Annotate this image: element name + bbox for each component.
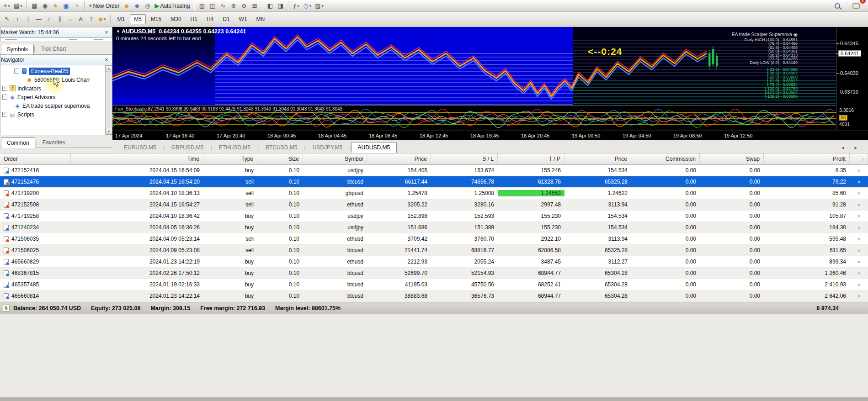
templates-button[interactable]: ▨▾ bbox=[313, 1, 325, 11]
autotrading-button[interactable]: ▶AutoTrading bbox=[153, 1, 192, 11]
search-button[interactable] bbox=[832, 1, 842, 11]
close-icon[interactable]: × bbox=[103, 56, 110, 63]
column-header-tp[interactable]: T / P bbox=[498, 153, 564, 164]
tree-expander-icon[interactable]: − bbox=[2, 95, 7, 100]
data-window-button[interactable]: ◉ bbox=[40, 1, 50, 11]
close-order-icon[interactable]: × bbox=[857, 224, 861, 231]
chart-tab-ethusd-m5[interactable]: ETHUSD,M5 bbox=[212, 142, 257, 153]
arrange-horizontal-button[interactable]: ◨ bbox=[275, 1, 286, 11]
order-row[interactable]: 4721524762024.04.15 16:54:20sell0.10btcu… bbox=[0, 176, 868, 188]
metaeditor-button[interactable]: ◆ bbox=[121, 1, 132, 11]
column-header-profit[interactable]: Profit bbox=[764, 153, 850, 164]
timeframe-m1[interactable]: M1 bbox=[113, 14, 129, 24]
price-scale[interactable]: 0.643450.642410.640300.637103.3016504031 bbox=[836, 27, 868, 130]
timeframe-mn[interactable]: MN bbox=[252, 14, 269, 24]
market-watch-button[interactable]: ▦ bbox=[29, 1, 40, 11]
crosshair-tool-button[interactable]: + bbox=[12, 14, 23, 24]
time-axis[interactable]: 17 Apr 202417 Apr 16:4017 Apr 20:4018 Ap… bbox=[112, 131, 868, 140]
column-header-type[interactable]: Type bbox=[203, 153, 257, 164]
chart-tab-eurusd-m5[interactable]: EURUSD,M5 bbox=[117, 142, 163, 153]
periods-button[interactable]: ◷▾ bbox=[301, 1, 313, 11]
navigator-item-ea-trade-scalper-supernova[interactable]: ◈EA trade scalper supernova bbox=[0, 101, 112, 110]
chat-button[interactable]: 1 bbox=[851, 1, 862, 11]
order-row[interactable]: 4712402342024.04.05 16:36:26buy0.10usdjp… bbox=[0, 222, 868, 233]
timeframe-w1[interactable]: W1 bbox=[235, 14, 251, 24]
order-row[interactable]: 4715060252024.04.09 05:23:08sell0.10btcu… bbox=[0, 245, 868, 256]
column-header-swap[interactable]: Swap bbox=[700, 153, 764, 164]
chart-plot[interactable]: ▼ AUDUSD,M5 0.64234 0.64255 0.64223 0.64… bbox=[112, 27, 836, 106]
indicators-button[interactable]: ƒ▾ bbox=[291, 1, 301, 11]
order-row[interactable]: 4721524162024.04.15 16:54:09buy0.10usdjp… bbox=[0, 165, 868, 176]
chart-tab-usdjpy-m5[interactable]: USDJPY,M5 bbox=[306, 142, 350, 153]
order-row[interactable]: 4715060352024.04.09 05:23:14sell0.10ethu… bbox=[0, 233, 868, 245]
navigator-button[interactable]: ★ bbox=[50, 1, 61, 11]
navigator-item-indicators[interactable]: +ƒIndicators bbox=[0, 84, 112, 93]
shapes-tool-button[interactable]: ◆▾ bbox=[96, 14, 108, 24]
strategy-tester-button[interactable]: ◔ bbox=[71, 1, 82, 11]
navigator-item-exness-real25[interactable]: −Exness-Real25 bbox=[0, 67, 112, 75]
chart-dropdown-icon[interactable]: ▼ bbox=[116, 29, 120, 34]
timeframe-m30[interactable]: M30 bbox=[166, 14, 185, 24]
close-order-icon[interactable]: × bbox=[857, 201, 861, 208]
stochastic-pane[interactable]: Fan_Stochastic 87.2941 90.3398 90.9463 9… bbox=[112, 106, 836, 130]
tab-tick-chart[interactable]: Tick Chart bbox=[35, 43, 72, 54]
navigator-item-58006899-louis-charr[interactable]: ☻58006899: Louis Charr bbox=[0, 75, 112, 84]
close-order-icon[interactable]: × bbox=[857, 213, 861, 220]
tab-scroll-arrows[interactable]: ◂ ▸ bbox=[841, 145, 862, 151]
line-chart-button[interactable]: ∿ bbox=[218, 1, 228, 11]
order-row[interactable]: 4683678152024.02.26 17:50:12buy0.10btcus… bbox=[0, 268, 868, 279]
tab-common[interactable]: Common bbox=[1, 137, 35, 148]
tab-symbols[interactable]: Symbols bbox=[1, 44, 34, 54]
column-header-price[interactable]: Price bbox=[367, 153, 431, 164]
order-row[interactable]: 4717192582024.04.10 18:36:42buy0.10usdjp… bbox=[0, 211, 868, 222]
vertical-line-tool-button[interactable]: | bbox=[23, 14, 33, 24]
chart-tab-audusd-m5[interactable]: AUDUSD,M5 bbox=[351, 142, 397, 153]
close-order-icon[interactable]: × bbox=[857, 281, 861, 288]
horizontal-line-tool-button[interactable]: — bbox=[33, 14, 44, 24]
order-row[interactable]: 4717192002024.04.10 18:36:13sell0.10gbpu… bbox=[0, 188, 868, 199]
order-row[interactable]: 4721525082024.04.15 16:54:27sell0.10ethu… bbox=[0, 199, 868, 211]
label-tool-button[interactable]: T bbox=[86, 14, 96, 24]
tree-expander-icon[interactable]: + bbox=[2, 86, 7, 91]
column-header-sl[interactable]: S / L bbox=[431, 153, 498, 164]
sounds-button[interactable]: ◎ bbox=[142, 1, 153, 11]
close-icon[interactable]: × bbox=[103, 29, 110, 36]
tile-windows-button[interactable]: ⊞ bbox=[249, 1, 260, 11]
experts-button[interactable]: ☻ bbox=[132, 1, 142, 11]
close-order-icon[interactable]: × bbox=[857, 190, 861, 197]
close-order-icon[interactable]: × bbox=[857, 247, 861, 254]
channel-tool-button[interactable]: ∥ bbox=[54, 14, 65, 24]
timeframe-d1[interactable]: D1 bbox=[218, 14, 234, 24]
column-header-symbol[interactable]: Symbol bbox=[303, 153, 367, 164]
bar-chart-button[interactable]: ▥ bbox=[197, 1, 207, 11]
close-order-icon[interactable]: × bbox=[857, 236, 861, 243]
scroll-down-icon[interactable]: ∨ bbox=[106, 128, 112, 135]
candlestick-chart-button[interactable]: ◫ bbox=[207, 1, 218, 11]
chart-tab-btcusd-m5[interactable]: BTCUSD,M5 bbox=[259, 142, 304, 153]
tree-expander-icon[interactable]: + bbox=[2, 112, 7, 117]
order-row[interactable]: 4656608292024.01.23 14:22:19buy0.10ethus… bbox=[0, 256, 868, 268]
timeframe-h1[interactable]: H1 bbox=[186, 14, 202, 24]
text-tool-button[interactable]: A bbox=[75, 14, 86, 24]
close-order-icon[interactable]: × bbox=[857, 270, 861, 277]
new-order-button[interactable]: +New Order bbox=[87, 1, 122, 11]
column-header-order[interactable]: Order bbox=[0, 153, 71, 164]
column-header-size[interactable]: Size bbox=[257, 153, 303, 164]
tree-expander-icon[interactable]: − bbox=[14, 69, 19, 74]
navigator-item-expert-advisors[interactable]: −◈Expert Advisors bbox=[0, 93, 112, 101]
tab-favorites[interactable]: Favorites bbox=[37, 137, 71, 148]
profiles-button[interactable]: ▤▾ bbox=[12, 1, 24, 11]
column-header-time[interactable]: Time bbox=[71, 153, 203, 164]
order-row[interactable]: 4653574852024.01.19 02:16:33buy0.10btcus… bbox=[0, 279, 868, 290]
close-order-icon[interactable]: × bbox=[857, 179, 861, 185]
terminal-button[interactable]: ▣ bbox=[61, 1, 71, 11]
arrange-vertical-button[interactable]: ◧ bbox=[265, 1, 275, 11]
timeframe-m5[interactable]: M5 bbox=[130, 14, 146, 24]
timeframe-h4[interactable]: H4 bbox=[202, 14, 218, 24]
zoom-in-button[interactable]: ⊕ bbox=[228, 1, 239, 11]
zoom-out-button[interactable]: ⊖ bbox=[239, 1, 249, 11]
navigator-item-scripts[interactable]: +▤Scripts bbox=[0, 110, 112, 119]
new-chart-button[interactable]: +▾ bbox=[1, 1, 12, 11]
column-header-price[interactable]: Price bbox=[564, 153, 631, 164]
navigator-scrollbar[interactable]: ∧ ∨ bbox=[105, 65, 112, 135]
